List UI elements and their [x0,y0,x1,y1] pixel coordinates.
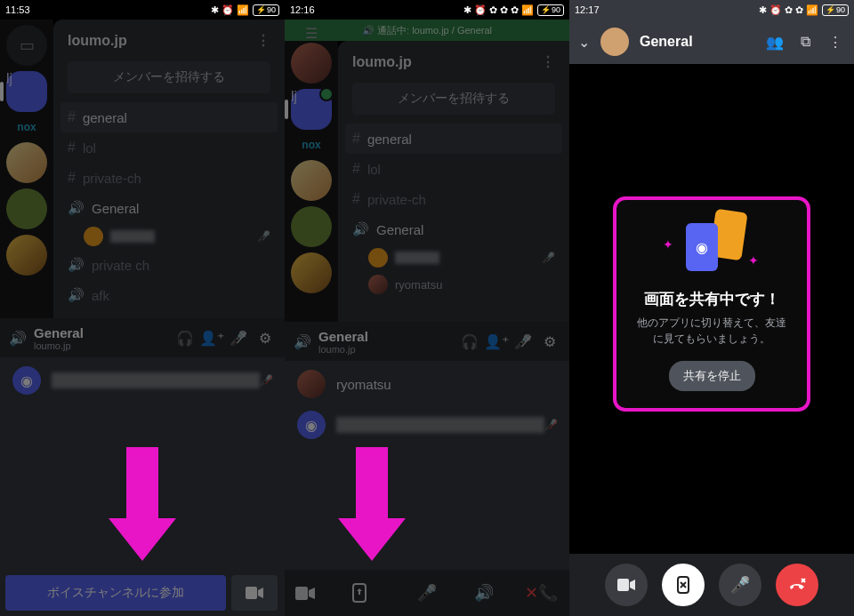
invite-button[interactable]: メンバーを招待する [68,61,270,93]
server-avatar-2[interactable] [6,188,47,229]
svg-rect-3 [617,579,629,591]
camera-button[interactable] [231,575,278,611]
server-avatar-2[interactable] [291,206,332,247]
server-nox[interactable]: nox [291,139,332,151]
status-right: ✱ ⏰ 📶 ⚡90 [211,4,279,16]
server-title-row[interactable]: loumo.jp ⋮ [53,20,285,61]
voice-channel-name: General [318,329,368,344]
server-avatar-3[interactable] [291,252,332,293]
discord-avatar-icon: ◉ [12,366,41,395]
server-selected[interactable]: lj [6,71,47,112]
annotation-arrow [109,447,176,561]
speaker-toggle-icon[interactable]: 🔊 [7,330,28,347]
server-menu-icon[interactable]: ⋮ [541,53,555,70]
menu-icon[interactable]: ☰ [285,20,338,46]
status-right: ✱ ⏰ ✿ ✿ 📶 ⚡90 [759,4,849,16]
clock: 12:16 [290,4,315,15]
voice-general[interactable]: 🔊General [53,193,285,223]
settings-icon[interactable]: ⚙ [537,333,562,350]
voice-user-1[interactable]: 🎤̸ [53,223,285,250]
server-nox[interactable]: nox [6,121,47,133]
member-row[interactable]: ◉ 🎤̸ [297,411,557,439]
headphones-icon[interactable]: 🎧 [173,330,197,347]
screenshot-3: 12:17 ✱ ⏰ ✿ ✿ 📶 ⚡90 ⌄ General 👥 ⧉ ⋮ ◉ ✦ … [569,0,854,616]
member-row[interactable]: ◉ 🎤̸ [12,366,272,395]
voice-footer: 🔊 General loumo.jp 🎧 👤⁺ 🎤̸ ⚙ [0,318,285,357]
bottom-bar: 🎤 🔊 ✕📞 [285,570,569,616]
microphone-icon[interactable]: 🎤 [409,583,445,603]
join-voice-button[interactable]: ボイスチャンネルに参加 [5,575,226,611]
voice-afk[interactable]: 🔊afk [53,280,285,310]
members-icon[interactable]: 👥 [765,34,785,51]
pip-icon[interactable]: ⧉ [795,34,815,50]
server-avatar-3[interactable] [6,235,47,276]
mute-icon[interactable]: 🎤̸ [226,330,251,347]
member-name-blurred [336,417,544,433]
svg-rect-0 [246,587,257,599]
speaker-toggle-icon[interactable]: 🔊 [292,333,313,350]
server-selected[interactable]: lj [291,89,332,130]
screenshare-icon[interactable] [352,583,388,603]
channel-lol[interactable]: #lol [338,154,569,184]
screenshot-2: 12:16 ✱ ⏰ ✿ ✿ ✿ 📶 ⚡90 🔊 通話中: loumo.jp / … [285,0,569,616]
annotation-arrow [338,447,406,561]
channel-private[interactable]: #private-ch [53,163,285,193]
mute-icon: 🎤̸ [257,230,270,243]
camera-icon [246,587,263,599]
microphone-button[interactable]: 🎤 [719,564,761,606]
headphones-icon[interactable]: 🎧 [457,333,482,350]
member-row-ryomatsu[interactable]: ryomatsu [297,370,557,398]
screenshare-button[interactable] [662,564,705,606]
camera-button[interactable] [605,564,648,606]
settings-icon[interactable]: ⚙ [253,330,278,347]
hangup-button[interactable] [776,564,818,606]
illustration: ◉ ✦ ✦ [672,211,752,273]
invite-button[interactable]: メンバーを招待する [352,83,555,115]
avatar [600,28,629,56]
channel-lol[interactable]: #lol [53,132,285,163]
menu-icon[interactable]: ⋮ [826,34,845,51]
camera-icon[interactable] [295,587,331,600]
server-name: loumo.jp [68,33,127,49]
channel-general[interactable]: #general [60,102,278,132]
card-body: 他のアプリに切り替えて、友達に見てもらいましょう。 [632,315,791,347]
mic-muted-icon: 🎤̸ [544,419,557,431]
stop-sharing-button[interactable]: 共有を停止 [669,361,755,391]
user-avatar[interactable] [291,43,332,84]
status-bar: 12:17 ✱ ⏰ ✿ ✿ 📶 ⚡90 [569,0,854,20]
channel-panel: loumo.jp ⋮ メンバーを招待する #general #lol #priv… [53,20,285,318]
channel-private[interactable]: #private-ch [338,184,569,214]
voice-private[interactable]: 🔊private ch [53,250,285,280]
add-user-icon[interactable]: 👤⁺ [484,333,509,350]
voice-server-name: loumo.jp [318,344,368,355]
battery: ⚡90 [822,4,849,16]
mic-muted-icon: 🎤̸ [260,374,272,387]
server-avatar-1[interactable] [6,142,47,183]
voice-user-1[interactable]: 🎤̸ [338,244,569,271]
add-user-icon[interactable]: 👤⁺ [199,330,224,347]
server-title-row[interactable]: loumo.jp ⋮ [338,41,569,83]
speaker-icon: 🔊 [352,221,369,237]
mute-icon[interactable]: 🎤̸ [511,333,536,350]
battery: ⚡90 [537,4,564,16]
discord-avatar-icon: ◉ [297,411,326,439]
dm-icon[interactable]: ▭ [6,25,47,66]
clock: 12:17 [575,4,600,15]
speaker-icon: 🔊 [68,257,85,273]
voice-general[interactable]: 🔊General [338,214,569,244]
status-bar: 12:16 ✱ ⏰ ✿ ✿ ✿ 📶 ⚡90 [285,0,569,20]
server-menu-icon[interactable]: ⋮ [256,32,270,49]
call-controls: 🎤 [569,554,854,616]
member-name-blurred [52,372,260,388]
call-header: ⌄ General 👥 ⧉ ⋮ [569,20,854,64]
voice-server-name: loumo.jp [34,340,84,351]
hangup-icon[interactable]: ✕📞 [523,583,559,603]
member-name: ryomatsu [336,377,557,392]
chevron-down-icon[interactable]: ⌄ [578,34,590,51]
server-avatar-1[interactable] [291,160,332,201]
speaker-icon[interactable]: 🔊 [466,583,502,603]
avatar [297,370,326,398]
channel-general[interactable]: #general [345,124,562,154]
voice-footer: 🔊 General loumo.jp 🎧 👤⁺ 🎤̸ ⚙ [285,322,569,361]
voice-user-ryomatsu[interactable]: ryomatsu [338,271,569,298]
